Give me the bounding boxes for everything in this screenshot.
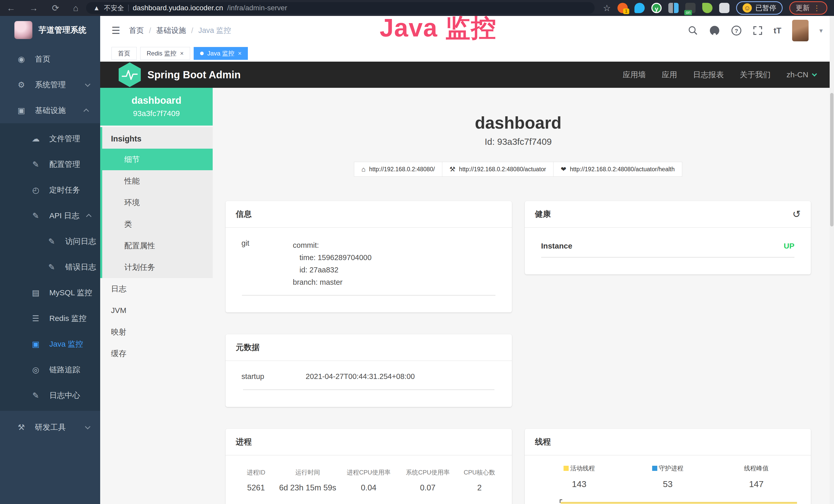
sidebar-item-log-center[interactable]: ✎ 日志中心: [0, 383, 100, 408]
svg-text:?: ?: [734, 27, 738, 34]
orange-extension-icon[interactable]: 1: [617, 3, 628, 13]
monitor-icon: ▣: [30, 339, 41, 349]
insights-label: Insights: [102, 127, 213, 148]
sidebar-item-redis-monitor[interactable]: ☰ Redis 监控: [0, 305, 100, 331]
grid-extension-icon[interactable]: [668, 3, 679, 13]
url-domain: dashboard.yudao.iocoder.cn: [133, 4, 223, 12]
tab-java-monitor[interactable]: Java 监控 ×: [194, 47, 248, 60]
health-instance-row[interactable]: Instance UP: [535, 239, 801, 250]
user-avatar[interactable]: [792, 20, 809, 41]
sidebar-item-java-monitor[interactable]: ▣ Java 监控: [0, 331, 100, 357]
locale-selector[interactable]: zh-CN: [787, 70, 815, 79]
instance-menu-environment[interactable]: 环境: [102, 192, 213, 213]
instance-menu-mappings[interactable]: 映射: [100, 321, 213, 343]
sidebar-item-tracing[interactable]: ◎ 链路追踪: [0, 357, 100, 383]
github-icon[interactable]: [709, 25, 720, 36]
sidebar-item-system[interactable]: ⚙ 系统管理: [0, 72, 100, 97]
breadcrumb: 首页 / 基础设施 / Java 监控: [129, 25, 231, 36]
sidebar-item-error-logs[interactable]: ✎ 错误日志: [0, 254, 100, 280]
dark-list-extension-icon[interactable]: on: [685, 3, 696, 13]
sba-brand[interactable]: Spring Boot Admin: [119, 62, 241, 87]
sidebar-collapse-icon[interactable]: ☰: [111, 25, 120, 36]
sba-nav-about[interactable]: 关于我们: [740, 70, 771, 80]
green-leaf-extension-icon[interactable]: [702, 3, 712, 13]
history-icon[interactable]: ↺: [792, 209, 800, 219]
actuator-url-button[interactable]: ⚒ http://192.168.0.2:48080/actuator: [442, 162, 553, 177]
close-icon[interactable]: ×: [180, 50, 184, 57]
breadcrumb-home[interactable]: 首页: [129, 25, 144, 36]
sidebar-item-access-logs[interactable]: ✎ 访问日志: [0, 229, 100, 254]
instance-menu-config-props[interactable]: 配置属性: [102, 235, 213, 256]
service-url-button[interactable]: ⌂ http://192.168.0.2:48080/: [354, 162, 442, 177]
info-card-header: 信息: [225, 201, 512, 228]
page-scrollbar[interactable]: [830, 16, 834, 504]
process-card: 进程 进程ID5261 运行时间6d 23h 15m 59s 进程CPU使用率0…: [225, 429, 512, 504]
sidebar-item-file-management[interactable]: ☁ 文件管理: [0, 126, 100, 152]
sidebar-item-config-management[interactable]: ✎ 配置管理: [0, 152, 100, 177]
sba-nav-journal[interactable]: 日志报表: [693, 70, 724, 80]
instance-menu-logs[interactable]: 日志: [100, 278, 213, 300]
live-threads-area: [561, 502, 797, 504]
chevron-down-icon: [85, 424, 90, 429]
endpoint-links: ⌂ http://192.168.0.2:48080/ ⚒ http://192…: [225, 162, 811, 177]
threads-card-header: 线程: [525, 429, 811, 456]
instance-menu-scheduled[interactable]: 计划任务: [102, 256, 213, 278]
update-button[interactable]: 更新 ⋮: [789, 1, 827, 15]
tab-redis-monitor[interactable]: Redis 监控 ×: [140, 47, 190, 60]
sidebar-item-api-logs[interactable]: ✎ API 日志: [0, 203, 100, 229]
not-secure-warning-icon: ▲: [93, 4, 100, 12]
sidebar-item-home[interactable]: ◉ 首页: [0, 46, 100, 72]
instance-menu-classes[interactable]: 类: [102, 213, 213, 235]
sba-header: Spring Boot Admin 应用墙 应用 日志报表 关于我们 zh-CN: [100, 62, 834, 88]
health-card: 健康 ↺ Instance UP: [525, 201, 811, 274]
instance-sidebar: dashboard 93a3fc7f7409 Insights 细节 性能 环境…: [100, 88, 213, 504]
sba-nav-wallboard[interactable]: 应用墙: [622, 70, 646, 80]
daemon-threads-swatch: [652, 466, 657, 471]
url-path: /infra/admin-server: [227, 4, 287, 12]
toolbox-icon: ⚒: [16, 422, 27, 432]
chevron-down-icon: [85, 82, 90, 87]
browser-menu-icon[interactable]: ⋮: [813, 4, 821, 12]
address-bar[interactable]: ▲ 不安全 dashboard.yudao.iocoder.cn/infra/a…: [86, 2, 595, 14]
monitor-icon: ▣: [16, 106, 27, 115]
instance-menu-details[interactable]: 细节: [102, 148, 213, 170]
instance-menu-caches[interactable]: 缓存: [100, 343, 213, 364]
back-icon[interactable]: ←: [7, 4, 16, 12]
metadata-card-header: 元数据: [225, 334, 512, 361]
annotation-overlay-text: Java 监控: [380, 11, 497, 45]
fullscreen-icon[interactable]: [752, 25, 763, 36]
chevron-down-icon: [812, 71, 817, 76]
search-icon[interactable]: [688, 25, 698, 36]
forward-icon[interactable]: →: [29, 4, 38, 12]
reload-icon[interactable]: ⟳: [52, 4, 59, 12]
wrench-icon: ⚒: [449, 165, 455, 173]
scrollbar-thumb[interactable]: [830, 93, 833, 226]
puzzle-extensions-icon[interactable]: [719, 3, 729, 13]
sba-nav-applications[interactable]: 应用: [662, 70, 677, 80]
live-threads-value: 143: [535, 479, 623, 489]
green-circle-extension-icon[interactable]: y: [651, 3, 662, 13]
health-url-button[interactable]: ❤ http://192.168.0.2:48080/actuator/heal…: [553, 162, 682, 177]
home-icon[interactable]: ⌂: [73, 4, 79, 12]
sidebar-item-dev-tools[interactable]: ⚒ 研发工具: [0, 414, 100, 440]
insights-group: Insights 细节 性能 环境 类 配置属性 计划任务: [100, 127, 213, 278]
bookmark-star-icon[interactable]: ☆: [603, 3, 611, 13]
breadcrumb-section[interactable]: 基础设施: [156, 25, 186, 36]
breadcrumb-separator: /: [191, 26, 193, 35]
info-card: 信息 git commit: time: 1596289704000 id: 2…: [225, 201, 512, 313]
active-dot: [200, 52, 204, 55]
blue-drop-extension-icon[interactable]: [634, 3, 645, 13]
font-size-icon[interactable]: tT: [774, 26, 781, 36]
sidebar-item-scheduled-tasks[interactable]: ◴ 定时任务: [0, 177, 100, 203]
layers-icon: ☰: [30, 314, 41, 323]
instance-menu-jvm[interactable]: JVM: [100, 300, 213, 321]
help-icon[interactable]: ?: [731, 25, 742, 36]
close-icon[interactable]: ×: [238, 50, 241, 57]
paused-badge[interactable]: ☺ 已暂停: [736, 1, 783, 15]
avatar-caret-icon[interactable]: ▾: [819, 27, 823, 35]
sidebar-item-infrastructure[interactable]: ▣ 基础设施: [0, 97, 100, 123]
sidebar-item-mysql-monitor[interactable]: ▤ MySQL 监控: [0, 280, 100, 305]
log-icon: ✎: [46, 237, 57, 246]
instance-menu-metrics[interactable]: 性能: [102, 170, 213, 192]
tab-home[interactable]: 首页: [111, 47, 137, 60]
